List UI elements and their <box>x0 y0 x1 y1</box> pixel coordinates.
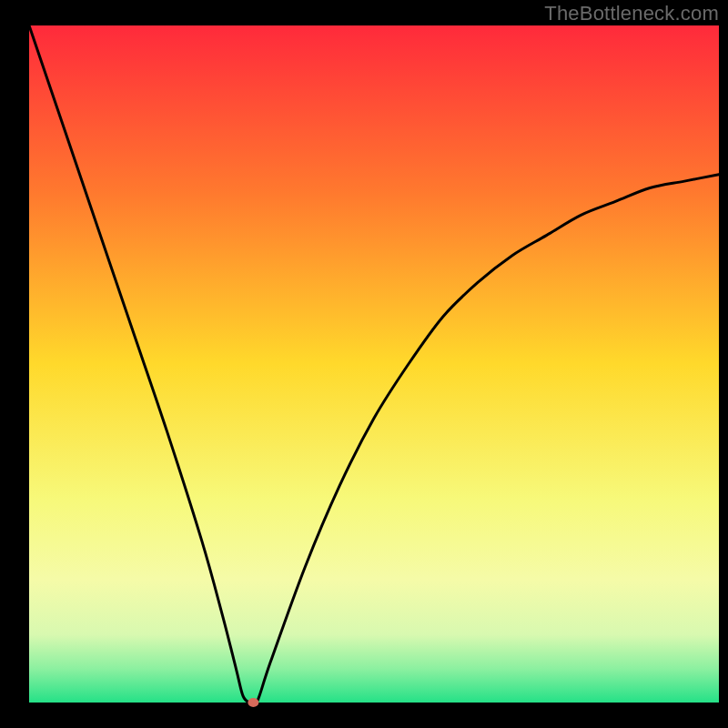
plot-background <box>29 25 719 703</box>
chart-frame: TheBottleneck.com <box>0 0 728 728</box>
bottleneck-chart <box>0 0 728 728</box>
optimal-point-marker <box>248 698 258 707</box>
watermark-text: TheBottleneck.com <box>544 2 719 25</box>
